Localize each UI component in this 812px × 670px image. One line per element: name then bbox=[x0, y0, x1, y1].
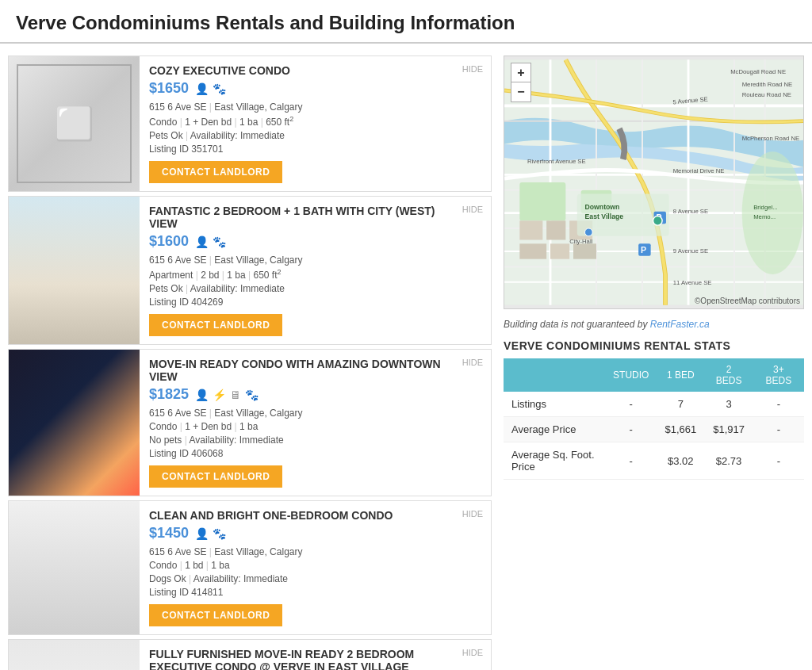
listing-pets-4: Dogs Ok | Availability: Immediate bbox=[149, 573, 481, 584]
listing-price-row-1: $1650 👤 🐾 bbox=[149, 80, 481, 97]
hide-button-3[interactable]: HIDE bbox=[462, 358, 483, 367]
listings-column: COZY EXECUTIVE CONDO $1650 👤 🐾 HIDE 615 … bbox=[8, 56, 492, 670]
stats-header-2beds: 2 BEDS bbox=[704, 358, 753, 392]
listing-price-3: $1825 bbox=[149, 386, 189, 403]
stats-header-row: STUDIO 1 BED 2 BEDS 3+ BEDS bbox=[504, 358, 804, 392]
svg-rect-16 bbox=[519, 182, 565, 220]
paw-icon: 🐾 bbox=[245, 389, 259, 401]
listing-details-1: COZY EXECUTIVE CONDO $1650 👤 🐾 HIDE 615 … bbox=[140, 56, 491, 191]
listing-price-1: $1650 bbox=[149, 80, 189, 97]
svg-text:McPherson Road NE: McPherson Road NE bbox=[742, 135, 800, 142]
map-zoom-controls: + − bbox=[511, 63, 531, 102]
listing-image-2 bbox=[9, 197, 140, 344]
svg-text:Downtown: Downtown bbox=[585, 203, 620, 211]
stats-studio-3: - bbox=[605, 442, 657, 480]
stats-2beds-1: 3 bbox=[704, 392, 753, 417]
contact-landlord-button-2[interactable]: CONTACT LANDLORD bbox=[149, 314, 282, 336]
listing-specs-1: Condo | 1 + Den bd | 1 ba | 650 ft2 bbox=[149, 115, 481, 128]
listing-address-1: 615 6 Ave SE | East Village, Calgary bbox=[149, 101, 481, 113]
rentfaster-link[interactable]: RentFaster.ca bbox=[650, 319, 710, 330]
listing-price-2: $1600 bbox=[149, 233, 189, 250]
contact-landlord-button-4[interactable]: CONTACT LANDLORD bbox=[149, 604, 282, 626]
stats-3plus-3: - bbox=[753, 442, 804, 480]
listing-id-2: Listing ID 404269 bbox=[149, 297, 481, 308]
stats-table: STUDIO 1 BED 2 BEDS 3+ BEDS Listings - 7… bbox=[504, 358, 804, 480]
zoom-out-button[interactable]: − bbox=[511, 82, 530, 101]
hide-button-1[interactable]: HIDE bbox=[462, 64, 483, 74]
stats-row-2: Average Price - $1,661 $1,917 - bbox=[504, 417, 804, 442]
person-icon: 👤 bbox=[195, 527, 209, 540]
svg-rect-21 bbox=[519, 243, 546, 258]
svg-text:Memo...: Memo... bbox=[753, 213, 776, 220]
svg-text:East Village: East Village bbox=[585, 212, 624, 220]
listing-image-3 bbox=[9, 350, 140, 496]
stats-title: VERVE CONDOMINIUMS RENTAL STATS bbox=[504, 339, 804, 352]
person-icon: 👤 bbox=[195, 389, 209, 401]
lightning-icon: ⚡ bbox=[213, 389, 226, 401]
listing-title-2: FANTASTIC 2 BEDROOM + 1 BATH WITH CITY (… bbox=[149, 205, 481, 230]
stats-1bed-1: 7 bbox=[657, 392, 704, 417]
svg-point-27 bbox=[585, 228, 593, 236]
stats-label-1: Listings bbox=[504, 392, 605, 417]
map-container: Downtown East Village City-Hall P P 5 Av… bbox=[504, 56, 804, 309]
paw-icon: 🐾 bbox=[213, 82, 226, 95]
listing-image-4 bbox=[9, 501, 140, 634]
person-icon: 👤 bbox=[195, 82, 209, 95]
stats-header-3plus: 3+ BEDS bbox=[753, 358, 804, 392]
right-column: Downtown East Village City-Hall P P 5 Av… bbox=[504, 56, 804, 670]
listing-image-5 bbox=[9, 640, 140, 670]
contact-landlord-button-3[interactable]: CONTACT LANDLORD bbox=[149, 465, 282, 488]
main-content: COZY EXECUTIVE CONDO $1650 👤 🐾 HIDE 615 … bbox=[0, 44, 812, 670]
hide-button-5[interactable]: HIDE bbox=[462, 648, 483, 657]
listing-details-3: MOVE-IN READY CONDO WITH AMAZING DOWNTOW… bbox=[140, 350, 491, 496]
listing-icons-3: 👤 ⚡🖥 🐾 bbox=[195, 389, 259, 401]
stats-row-3: Average Sq. Foot. Price - $3.02 $2.73 - bbox=[504, 442, 804, 480]
map-note: Building data is not guaranteed by RentF… bbox=[504, 319, 804, 330]
svg-text:9 Avenue SE: 9 Avenue SE bbox=[673, 247, 708, 255]
stats-1bed-2: $1,661 bbox=[657, 417, 704, 442]
listing-title-1: COZY EXECUTIVE CONDO bbox=[149, 64, 481, 77]
svg-text:11 Avenue SE: 11 Avenue SE bbox=[673, 279, 712, 286]
listing-card-4: CLEAN AND BRIGHT ONE-BEDROOM CONDO $1450… bbox=[8, 500, 492, 635]
zoom-in-button[interactable]: + bbox=[511, 63, 530, 82]
stats-header-label bbox=[504, 358, 605, 392]
listing-icons-2: 👤 🐾 bbox=[195, 235, 226, 248]
hide-button-4[interactable]: HIDE bbox=[462, 509, 483, 519]
page-title: Verve Condominiums Rentals and Building … bbox=[16, 12, 796, 34]
paw-icon: 🐾 bbox=[213, 527, 226, 540]
listing-card-3: MOVE-IN READY CONDO WITH AMAZING DOWNTOW… bbox=[8, 349, 492, 496]
listing-icons-1: 👤 🐾 bbox=[195, 82, 226, 95]
stats-2beds-2: $1,917 bbox=[704, 417, 753, 442]
stats-header-studio: STUDIO bbox=[605, 358, 657, 392]
stats-3plus-1: - bbox=[753, 392, 804, 417]
listing-specs-4: Condo | 1 bd | 1 ba bbox=[149, 560, 481, 571]
svg-rect-19 bbox=[546, 220, 565, 239]
listing-address-2: 615 6 Ave SE | East Village, Calgary bbox=[149, 255, 481, 266]
svg-text:Rouleau Road NE: Rouleau Road NE bbox=[742, 91, 791, 98]
listing-details-5: FULLY FURNISHED MOVE-IN READY 2 BEDROOM … bbox=[140, 640, 491, 670]
listing-title-4: CLEAN AND BRIGHT ONE-BEDROOM CONDO bbox=[149, 509, 481, 522]
listing-pets-2: Pets Ok | Availability: Immediate bbox=[149, 283, 481, 294]
listing-icons-4: 👤 🐾 bbox=[195, 527, 226, 540]
stats-label-2: Average Price bbox=[504, 417, 605, 442]
stats-row-1: Listings - 7 3 - bbox=[504, 392, 804, 417]
listing-image-1 bbox=[9, 56, 140, 191]
listing-pets-3: No pets | Availability: Immediate bbox=[149, 435, 481, 446]
person-icon: 👤 bbox=[195, 235, 209, 248]
svg-text:Bridgel...: Bridgel... bbox=[753, 204, 777, 211]
listing-price-row-4: $1450 👤 🐾 bbox=[149, 525, 481, 542]
listing-pets-1: Pets Ok | Availability: Immediate bbox=[149, 130, 481, 141]
listing-title-3: MOVE-IN READY CONDO WITH AMAZING DOWNTOW… bbox=[149, 358, 481, 383]
listing-price-4: $1450 bbox=[149, 525, 189, 542]
listing-specs-2: Apartment | 2 bd | 1 ba | 650 ft2 bbox=[149, 268, 481, 281]
listing-details-2: FANTASTIC 2 BEDROOM + 1 BATH WITH CITY (… bbox=[140, 197, 491, 344]
stats-label-3: Average Sq. Foot. Price bbox=[504, 442, 605, 480]
contact-landlord-button-1[interactable]: CONTACT LANDLORD bbox=[149, 161, 282, 183]
listing-id-4: Listing ID 414811 bbox=[149, 587, 481, 598]
svg-text:Memorial Drive NE: Memorial Drive NE bbox=[673, 167, 725, 174]
hide-button-2[interactable]: HIDE bbox=[462, 205, 483, 214]
listing-title-5: FULLY FURNISHED MOVE-IN READY 2 BEDROOM … bbox=[149, 648, 481, 670]
page-header: Verve Condominiums Rentals and Building … bbox=[0, 0, 812, 44]
map-attribution: ©OpenStreetMap contributors bbox=[695, 297, 800, 305]
stats-1bed-3: $3.02 bbox=[657, 442, 704, 480]
